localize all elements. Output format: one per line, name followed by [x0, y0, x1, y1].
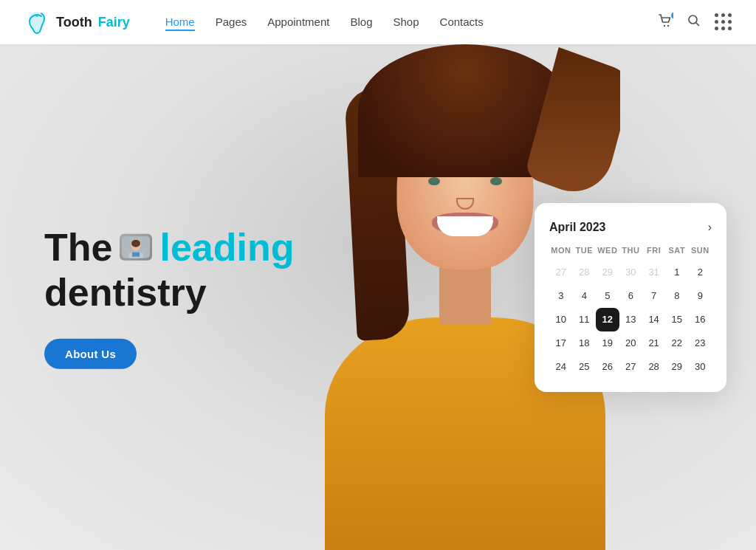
- calendar-day[interactable]: 27: [619, 355, 642, 379]
- about-us-button[interactable]: About Us: [44, 339, 137, 369]
- nav-appointment[interactable]: Appointment: [267, 16, 329, 28]
- headline-dentistry: dentistry: [44, 271, 294, 315]
- calendar-day[interactable]: 27: [549, 261, 573, 284]
- calendar-body: 2728293031123456789101112131415161718192…: [549, 261, 712, 379]
- calendar-week-2: 10111213141516: [549, 308, 712, 331]
- calendar-day[interactable]: 10: [549, 308, 573, 331]
- calendar-day[interactable]: 3: [549, 284, 573, 308]
- headline-the: The: [44, 225, 112, 269]
- calendar-week-1: 3456789: [549, 284, 712, 308]
- calendar-day[interactable]: 9: [688, 284, 712, 308]
- nav-contacts[interactable]: Contacts: [440, 16, 484, 28]
- calendar-day[interactable]: 16: [688, 308, 712, 331]
- calendar-day[interactable]: 30: [619, 261, 642, 284]
- calendar-day[interactable]: 2: [688, 261, 712, 284]
- hero-text: The leading dentistry About Us: [44, 225, 294, 369]
- cal-header-thu: THU: [619, 246, 642, 261]
- cal-header-fri: FRI: [642, 246, 665, 261]
- svg-point-4: [689, 16, 697, 24]
- logo-icon: [24, 9, 50, 35]
- calendar-day[interactable]: 25: [573, 355, 596, 379]
- calendar-day[interactable]: 28: [573, 261, 596, 284]
- calendar-day[interactable]: 17: [549, 331, 573, 355]
- logo[interactable]: ToothFairy: [24, 9, 130, 35]
- cart-icon[interactable]: [657, 13, 673, 32]
- nav-right: [657, 13, 732, 32]
- headline-leading: leading: [159, 225, 294, 269]
- calendar-week-0: 272829303112: [549, 261, 712, 284]
- calendar-day[interactable]: 28: [642, 355, 665, 379]
- calendar-week-3: 17181920212223: [549, 331, 712, 355]
- search-icon[interactable]: [687, 13, 701, 32]
- svg-point-8: [131, 240, 140, 247]
- grid-icon[interactable]: [715, 13, 732, 31]
- calendar-day[interactable]: 31: [642, 261, 665, 284]
- calendar-day[interactable]: 6: [619, 284, 642, 308]
- nav-links: Home Pages Appointment Blog Shop Contact…: [165, 16, 484, 29]
- hero-section: The leading dentistry About Us April 202…: [0, 44, 756, 550]
- hero-headline: The leading dentistry: [44, 225, 294, 315]
- cal-header-mon: MON: [549, 246, 573, 261]
- calendar-day[interactable]: 14: [642, 308, 665, 331]
- calendar-day[interactable]: 30: [688, 355, 712, 379]
- calendar-next-button[interactable]: ›: [708, 221, 712, 234]
- calendar-week-4: 24252627282930: [549, 355, 712, 379]
- calendar-day[interactable]: 24: [549, 355, 573, 379]
- navbar: ToothFairy Home Pages Appointment Blog S…: [0, 0, 756, 44]
- svg-point-2: [667, 24, 669, 26]
- nav-shop[interactable]: Shop: [394, 16, 419, 28]
- cal-header-wed: WED: [596, 246, 619, 261]
- calendar-day[interactable]: 12: [596, 308, 619, 331]
- brand-name-tooth: Tooth: [56, 15, 92, 30]
- calendar-day[interactable]: 4: [573, 284, 596, 308]
- calendar-day[interactable]: 22: [665, 331, 688, 355]
- nav-blog[interactable]: Blog: [350, 16, 372, 28]
- calendar-day[interactable]: 8: [665, 284, 688, 308]
- calendar-day[interactable]: 1: [665, 261, 688, 284]
- dentist-thumbnail: [120, 234, 152, 261]
- calendar-day[interactable]: 13: [619, 308, 642, 331]
- nav-pages[interactable]: Pages: [216, 16, 247, 28]
- calendar-title: April 2023: [549, 221, 605, 234]
- svg-rect-9: [132, 252, 140, 257]
- calendar-day[interactable]: 21: [642, 331, 665, 355]
- calendar-day[interactable]: 18: [573, 331, 596, 355]
- svg-point-0: [35, 14, 38, 17]
- calendar-widget: April 2023 › MON TUE WED THU FRI SAT SUN…: [535, 203, 726, 392]
- calendar-days-header: MON TUE WED THU FRI SAT SUN: [549, 246, 712, 261]
- calendar-day[interactable]: 7: [642, 284, 665, 308]
- svg-point-1: [664, 24, 665, 26]
- calendar-header: April 2023 ›: [549, 221, 712, 234]
- calendar-day[interactable]: 15: [665, 308, 688, 331]
- svg-point-3: [671, 13, 673, 19]
- calendar-day[interactable]: 5: [596, 284, 619, 308]
- brand-name-fairy: Fairy: [98, 15, 130, 30]
- cal-header-sat: SAT: [665, 246, 688, 261]
- calendar-day[interactable]: 23: [688, 331, 712, 355]
- calendar-day[interactable]: 20: [619, 331, 642, 355]
- calendar-day[interactable]: 29: [596, 261, 619, 284]
- calendar-day[interactable]: 26: [596, 355, 619, 379]
- calendar-day[interactable]: 11: [573, 308, 596, 331]
- calendar-day[interactable]: 19: [596, 331, 619, 355]
- cal-header-tue: TUE: [573, 246, 596, 261]
- calendar-day[interactable]: 29: [665, 355, 688, 379]
- calendar-grid: MON TUE WED THU FRI SAT SUN 272829303112…: [549, 246, 712, 379]
- nav-home[interactable]: Home: [165, 16, 195, 31]
- cal-header-sun: SUN: [688, 246, 712, 261]
